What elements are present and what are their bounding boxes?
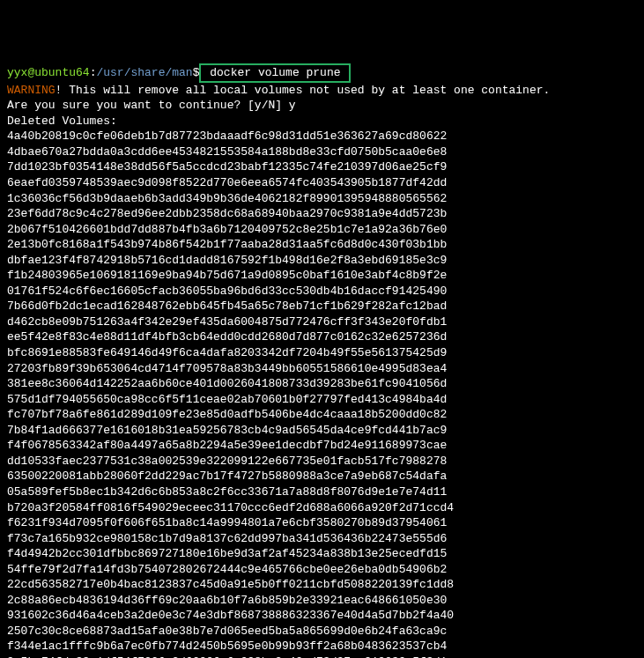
volume-hash: 4a40b20819c0cfe06deb1b7d87723bdaaadf6c98… xyxy=(7,129,637,144)
volume-hash: 54ffe79f2d7fa14fd3b754072802672444c9e465… xyxy=(7,562,637,578)
prompt-dollar: $ xyxy=(193,66,200,79)
volume-hash: 381ee8c36064d142252aa6b60ce401d002604180… xyxy=(7,376,637,392)
command-text[interactable]: docker volume prune xyxy=(203,66,347,79)
terminal-line: yyx@ubuntu64:/usr/share/man$ docker volu… xyxy=(7,63,637,83)
volume-hash: d462cb8e09b751263a4f342e29ef435da6004875… xyxy=(7,314,637,330)
volume-hash: 2c88a86ecb4836194d36ff69c20aa6b10f7a6b85… xyxy=(7,593,637,609)
volume-hash: f1b24803965e1069181169e9ba94b75d671a9d08… xyxy=(7,268,637,284)
volume-hash: 4dbae670a27bdda0a3cdd6ee4534821553584a18… xyxy=(7,144,637,160)
volume-hash: 2b067f510426601bdd7dd887b4fb3a6b71204097… xyxy=(7,222,637,238)
volume-hash: fc707bf78a6fe861d289d109fe23e85d0adfb540… xyxy=(7,407,637,423)
prompt-path: /usr/share/man xyxy=(96,66,192,79)
volume-hash: f73c7a165b932ce980158c1b7d9a8137c62dd997… xyxy=(7,531,637,547)
deleted-volumes-label: Deleted Volumes: xyxy=(7,114,637,129)
warning-label: WARNING xyxy=(7,84,56,97)
volume-hash: 1c36036cf56d3b9daaeb6b3add349b9b36de4062… xyxy=(7,191,637,207)
volume-hash: dbfae123f4f8742918b5716cd1dadd8167592f1b… xyxy=(7,253,637,269)
volume-hash: bfc8691e88583fe649146d49f6ca4dafa8203342… xyxy=(7,345,637,361)
command-highlight-box: docker volume prune xyxy=(199,63,351,83)
volume-hash: 6eaefd0359748539aec9d098f8522d770e6eea65… xyxy=(7,175,637,191)
volume-hash: 27203fb89f39b653064cd4714f709578a83b3449… xyxy=(7,361,637,377)
volume-hash: 931602c36d46a4ceb3a2de0e3c74e3dbf8687388… xyxy=(7,608,637,624)
prompt-user-host: yyx@ubuntu64 xyxy=(7,66,90,79)
volume-hash: f4d4942b2cc301dfbbc869727180e16be9d3af2a… xyxy=(7,546,637,562)
volume-hash: 23ef6dd78c9c4c278ed96ee2dbb2358dc68a6894… xyxy=(7,206,637,222)
warning-line: WARNING! This will remove all local volu… xyxy=(7,83,637,99)
volume-hash: dd10533faec2377531c38a002539e322099122e6… xyxy=(7,454,637,469)
volume-hash: 575d1df794055650ca98cc6f5f11ceae02ab7060… xyxy=(7,392,637,408)
volume-hash: 2507c30c8ce68873ad15afa0e38b7e7d065eed5b… xyxy=(7,624,637,640)
volume-hash: 63500220081abb28060f2dd229ac7b17f4727b58… xyxy=(7,469,637,484)
volume-hash: 22cd563582717e0b4bac8123837c45d0a91e5b0f… xyxy=(7,577,637,593)
confirm-prompt: Are you sure you want to continue? [y/N]… xyxy=(7,98,637,114)
volume-hash: 7b66d0fb2dc1ecad162848762ebb645fb45a65c7… xyxy=(7,299,637,314)
volume-hash: 2e13b0fc8168a1f543b974b86f542b1f77aaba28… xyxy=(7,237,637,253)
volume-hash: b720a3f20584ff0816f549029eceec31170ccc6e… xyxy=(7,500,637,516)
volume-hash: 7b84f1ad666377e1616018b31ea59256783cb4c9… xyxy=(7,423,637,439)
volume-hash: f344e1ac1fffc9b6a7ec0fb774d2450b5695e0b9… xyxy=(7,639,637,654)
volume-hash: 05a589fef5b8ec1b342d6c6b853a8c2f6cc33671… xyxy=(7,484,637,500)
volume-hash: 01761f524c6f6ec16605cfacb36055ba96bd6d33… xyxy=(7,284,637,299)
volume-hash: ee5f42e8f83c4e88d11df4bfb3cb64edd0cdd268… xyxy=(7,329,637,345)
volume-hash: 7dd1023bf0354148e38dd56f5a5ccdcd23babf12… xyxy=(7,159,637,175)
volume-hash: f6231f934d7095f0f606f651ba8c14a9994801a7… xyxy=(7,515,637,531)
warning-text: ! This will remove all local volumes not… xyxy=(56,84,551,97)
volume-hash: 9e5be74fde33a1df54f7206e2d60906c6c098ba2… xyxy=(7,654,637,658)
volume-hash: f4f0678563342af80a4497a65a8b2294a5e39ee1… xyxy=(7,438,637,454)
